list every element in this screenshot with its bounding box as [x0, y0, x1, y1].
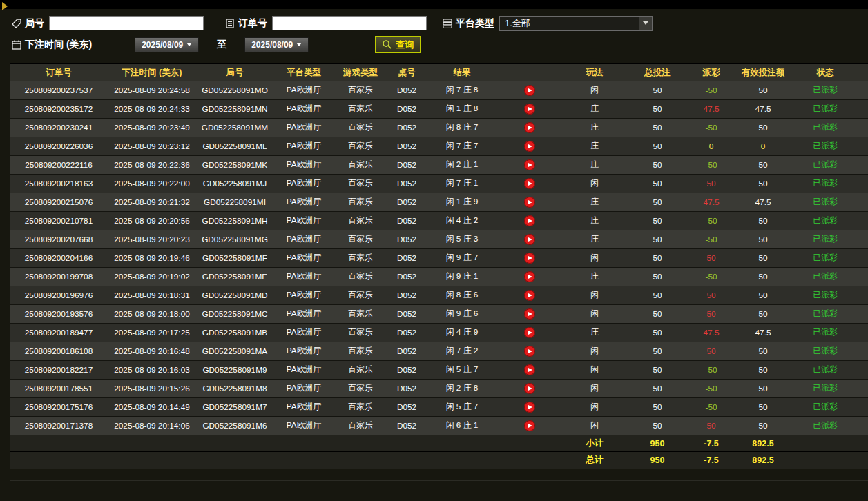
replay-button[interactable] [524, 346, 535, 357]
table-no-cell: D052 [387, 193, 427, 212]
replay-button[interactable] [524, 271, 535, 282]
payout-cell: -50 [688, 212, 735, 230]
result-cell: 闲 9 庄 6 [427, 305, 497, 324]
bet-time-cell: 2025-08-09 20:14:06 [108, 417, 196, 435]
round-no-cell: GD052258091MA [196, 342, 273, 361]
replay-button[interactable] [524, 159, 535, 170]
replay-button[interactable] [524, 104, 535, 115]
game-type-cell: 百家乐 [334, 398, 387, 417]
replay-button[interactable] [524, 178, 535, 189]
table-no-cell: D052 [387, 286, 427, 305]
date-to-button[interactable]: 2025/08/09 [244, 37, 309, 52]
search-button[interactable]: 查询 [375, 36, 421, 53]
replay-button[interactable] [524, 402, 535, 413]
valid-bet-cell: 47.5 [735, 324, 791, 342]
round-no-cell: GD052258091MB [196, 324, 273, 342]
table-row: 2508092002041662025-08-09 20:19:46GD0522… [10, 249, 868, 268]
order-no-cell: 250809200171378 [10, 417, 108, 435]
bottom-divider [10, 480, 868, 481]
total-total-bet: 950 [627, 452, 688, 469]
payout-cell: 50 [688, 249, 735, 268]
table-no-cell: D052 [387, 268, 427, 286]
replay-button[interactable] [524, 197, 535, 208]
game-type-cell: 百家乐 [334, 175, 387, 193]
col-header-replay [497, 64, 562, 81]
play-icon [528, 107, 532, 111]
spacer-cell [860, 361, 868, 380]
game-type-cell: 百家乐 [334, 286, 387, 305]
order-no-input[interactable] [272, 16, 427, 30]
replay-button[interactable] [524, 234, 535, 245]
table-row: 2508092001969762025-08-09 20:18:31GD0522… [10, 286, 868, 305]
spacer-cell [860, 324, 868, 342]
replay-button[interactable] [524, 383, 535, 394]
select-arrow-box[interactable] [639, 17, 652, 30]
spacer-cell [860, 119, 868, 137]
total-bet-cell: 50 [627, 81, 688, 100]
result-cell: 闲 5 庄 7 [427, 361, 497, 380]
chevron-down-icon [186, 43, 192, 46]
order-no-cell: 250809200222116 [10, 156, 108, 175]
round-no-cell: GD052258091ML [196, 137, 273, 156]
round-no-filter: 局号 [11, 16, 204, 30]
game-type-cell: 百家乐 [334, 156, 387, 175]
bet-time-cell: 2025-08-09 20:20:56 [108, 212, 196, 230]
payout-cell: 50 [688, 175, 735, 193]
play-type-cell: 闲 [562, 361, 627, 380]
replay-button[interactable] [524, 364, 535, 375]
replay-button[interactable] [524, 85, 535, 96]
play-type-cell: 闲 [562, 417, 627, 435]
round-no-cell: GD052258091ME [196, 268, 273, 286]
filter-bar: 局号 订单号 平台类型 1.全部 下注时间 (美东) [0, 9, 868, 59]
spacer-cell [860, 342, 868, 361]
chevron-down-icon [643, 21, 648, 25]
replay-button[interactable] [524, 420, 535, 431]
play-type-cell: 闲 [562, 305, 627, 324]
play-type-cell: 闲 [562, 342, 627, 361]
replay-cell [497, 380, 562, 398]
table-row: 2508092001785512025-08-09 20:15:26GD0522… [10, 380, 868, 398]
valid-bet-cell: 50 [735, 398, 791, 417]
table-no-cell: D052 [387, 417, 427, 435]
replay-button[interactable] [524, 308, 535, 320]
replay-button[interactable] [524, 122, 535, 133]
platform-cell: PA欧洲厅 [273, 342, 334, 361]
status-cell: 已派彩 [791, 137, 860, 156]
spacer-cell [860, 137, 868, 156]
date-from-button[interactable]: 2025/08/09 [135, 37, 199, 52]
table-no-cell: D052 [387, 119, 427, 137]
total-bet-cell: 50 [627, 398, 688, 417]
replay-button[interactable] [524, 141, 535, 152]
play-type-cell: 闲 [562, 398, 627, 417]
replay-button[interactable] [524, 290, 535, 301]
replay-cell [497, 100, 562, 119]
platform-filter: 平台类型 1.全部 [442, 16, 653, 31]
result-cell: 闲 8 庄 6 [427, 286, 497, 305]
subtotal-valid-bet: 892.5 [735, 435, 791, 452]
total-bet-cell: 50 [627, 119, 688, 137]
replay-button[interactable] [524, 253, 535, 264]
platform-select[interactable]: 1.全部 [499, 16, 653, 31]
subtotal-leading-cell [10, 435, 562, 452]
play-type-cell: 庄 [562, 100, 627, 119]
game-type-cell: 百家乐 [334, 249, 387, 268]
replay-button[interactable] [524, 215, 535, 226]
table-row: 2508092001997082025-08-09 20:19:02GD0522… [10, 268, 868, 286]
collapse-panel-arrow[interactable] [2, 2, 8, 10]
result-cell: 闲 5 庄 7 [427, 398, 497, 417]
result-cell: 闲 5 庄 3 [427, 230, 497, 249]
bet-time-cell: 2025-08-09 20:15:26 [108, 380, 196, 398]
round-no-input[interactable] [49, 16, 204, 30]
table-no-cell: D052 [387, 100, 427, 119]
subtotal-trailing-cell [791, 435, 868, 452]
bet-time-cell: 2025-08-09 20:20:23 [108, 230, 196, 249]
subtotal-label: 小计 [562, 435, 627, 452]
total-bet-cell: 50 [627, 175, 688, 193]
replay-button[interactable] [524, 327, 535, 338]
date-to-value: 2025/08/09 [251, 40, 293, 50]
game-type-cell: 百家乐 [334, 193, 387, 212]
order-no-cell: 250809200207668 [10, 230, 108, 249]
col-header-valid-bet: 有效投注额 [735, 64, 791, 81]
spacer-cell [860, 81, 868, 100]
spacer-cell [860, 305, 868, 324]
